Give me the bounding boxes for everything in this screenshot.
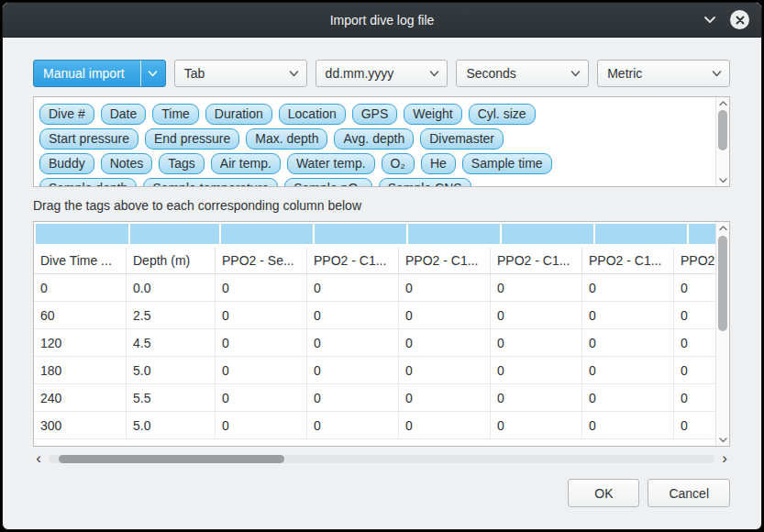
import-mode-select[interactable]: Manual import: [33, 60, 166, 87]
tag-start-pressure[interactable]: Start pressure: [39, 128, 138, 150]
column-dropzone[interactable]: [130, 224, 219, 244]
tag-sample-temperature[interactable]: Sample temperature: [143, 178, 278, 187]
tag-he[interactable]: He: [421, 153, 456, 174]
titlebar[interactable]: Import dive log file: [3, 3, 761, 38]
scrollbar-thumb[interactable]: [718, 110, 727, 150]
column-dropzone[interactable]: [502, 224, 593, 244]
cell: 120: [34, 329, 127, 356]
tag-notes[interactable]: Notes: [101, 153, 153, 174]
tag-duration[interactable]: Duration: [205, 104, 272, 125]
chevron-up-icon[interactable]: [716, 97, 729, 109]
cancel-button[interactable]: Cancel: [648, 479, 730, 507]
tag-weight[interactable]: Weight: [404, 104, 461, 125]
table-row: 1805.0000000: [34, 357, 715, 384]
tag-max-depth[interactable]: Max. depth: [246, 128, 327, 150]
cell: 0: [674, 302, 715, 328]
tag-buddy[interactable]: Buddy: [39, 153, 94, 174]
cell: 0: [491, 302, 582, 328]
chevron-down-icon[interactable]: [716, 174, 729, 186]
date-format-select[interactable]: dd.mm.yyyy: [316, 60, 448, 87]
chevron-down-icon: [282, 61, 306, 86]
table-hscrollbar[interactable]: ‹ ›: [33, 451, 730, 466]
cell: 0: [216, 357, 307, 383]
dialog-content: Manual importTabdd.mm.yyyySecondsMetric …: [3, 38, 761, 507]
tag-gps[interactable]: GPS: [352, 104, 398, 125]
cell: 0: [582, 357, 674, 383]
table-row: 3005.0000000: [34, 412, 715, 439]
cell: 5.0: [127, 412, 216, 438]
column-dropzone[interactable]: [408, 224, 500, 244]
chevron-right-icon[interactable]: ›: [719, 452, 730, 465]
cell: 0: [307, 274, 399, 301]
cell: 0: [582, 384, 674, 411]
cell: 0: [491, 357, 582, 383]
chevron-down-icon: [140, 61, 165, 86]
close-icon[interactable]: [730, 10, 749, 29]
scrollbar-track[interactable]: [49, 455, 714, 463]
cell: 0: [307, 384, 399, 411]
tag-dive-[interactable]: Dive #: [39, 104, 94, 125]
scrollbar-thumb[interactable]: [718, 236, 727, 331]
cell: 0: [399, 302, 491, 328]
tagpanel-scrollbar[interactable]: [715, 97, 729, 186]
column-dropzone[interactable]: [315, 224, 406, 244]
tag-location[interactable]: Location: [279, 104, 346, 125]
tag-divemaster[interactable]: Divemaster: [420, 128, 504, 150]
chevron-down-icon[interactable]: [703, 16, 716, 24]
chevron-up-icon[interactable]: [716, 222, 729, 234]
column-header: PPO2: [674, 248, 715, 273]
cell: 0: [582, 329, 674, 356]
cell: 0: [674, 412, 715, 438]
column-dropzone[interactable]: [36, 224, 128, 244]
tag-tags[interactable]: Tags: [159, 153, 205, 174]
cell: 0: [674, 329, 715, 356]
chevron-left-icon[interactable]: ‹: [33, 452, 44, 465]
tag-row: Dive #DateTimeDurationLocationGPSWeightC…: [39, 104, 711, 125]
tag-date[interactable]: Date: [101, 104, 147, 125]
tag-avg-depth[interactable]: Avg. depth: [334, 128, 414, 150]
cell: 300: [34, 412, 127, 438]
duration-format-select[interactable]: Seconds: [456, 60, 589, 87]
field-separator-select[interactable]: Tab: [174, 60, 307, 87]
tag-air-temp-[interactable]: Air temp.: [211, 153, 281, 174]
column-header: Depth (m): [127, 248, 216, 273]
column-dropzone[interactable]: [689, 224, 715, 244]
table-scrollbar[interactable]: [715, 222, 729, 446]
tag-row: BuddyNotesTagsAir temp.Water temp.O₂HeSa…: [39, 153, 711, 174]
cell: 60: [34, 302, 127, 328]
tag-end-pressure[interactable]: End pressure: [145, 128, 239, 150]
table-header-row: Dive Time ...Depth (m)PPO2 - Se...PPO2 -…: [34, 248, 715, 274]
tag-time[interactable]: Time: [152, 104, 199, 125]
table-row: 602.5000000: [34, 302, 715, 329]
scrollbar-track[interactable]: [716, 234, 729, 434]
column-dropzone[interactable]: [221, 224, 313, 244]
chevron-down-icon[interactable]: [716, 434, 729, 446]
column-header: PPO2 - Se...: [216, 248, 307, 273]
ok-button[interactable]: OK: [568, 479, 639, 507]
cell: 5.5: [127, 384, 216, 411]
tag-sample-time[interactable]: Sample time: [462, 153, 552, 174]
tag-o-[interactable]: O₂: [382, 153, 415, 174]
cell: 0: [399, 384, 491, 411]
tag-sample-cns[interactable]: Sample CNS: [379, 178, 471, 187]
cell: 0: [674, 274, 715, 301]
dialog-buttons: OK Cancel: [33, 479, 730, 507]
cell: 0: [674, 384, 715, 411]
cell: 5.0: [127, 357, 216, 383]
cell: 0: [399, 274, 491, 301]
combo-value: Seconds: [457, 66, 563, 81]
cell: 0: [399, 412, 491, 438]
titlebar-icons: [703, 3, 749, 37]
cell: 240: [34, 384, 127, 411]
tag-water-temp-[interactable]: Water temp.: [287, 153, 375, 174]
tag-sample-po-[interactable]: Sample pO₂: [284, 178, 371, 187]
tag-row: Start pressureEnd pressureMax. depthAvg.…: [39, 128, 711, 150]
units-select[interactable]: Metric: [597, 60, 730, 87]
column-header: PPO2 - C1...: [307, 248, 399, 273]
column-dropzone[interactable]: [595, 224, 687, 244]
scrollbar-track[interactable]: [716, 109, 729, 174]
scrollbar-thumb[interactable]: [59, 455, 284, 463]
tag-cyl-size[interactable]: Cyl. size: [469, 104, 536, 125]
tag-list: Dive #DateTimeDurationLocationGPSWeightC…: [34, 97, 729, 187]
tag-sample-depth[interactable]: Sample depth: [39, 178, 137, 187]
